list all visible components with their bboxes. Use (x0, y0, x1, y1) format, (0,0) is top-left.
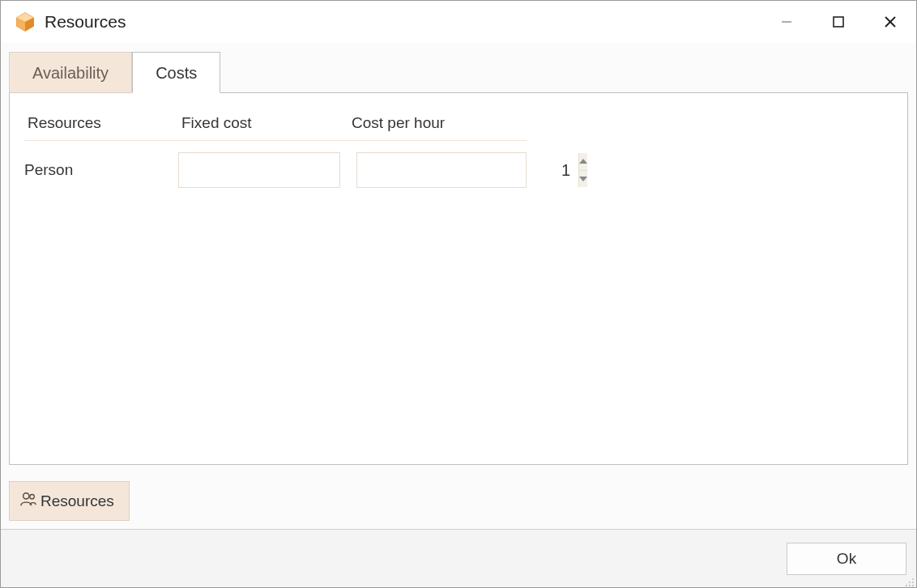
cost-per-hour-increment[interactable] (579, 153, 587, 171)
app-icon (14, 11, 36, 33)
ok-button[interactable]: Ok (787, 543, 906, 575)
svg-point-15 (909, 582, 911, 583)
resources-button-label: Resources (41, 492, 114, 510)
bottom-bar: Ok (1, 529, 916, 587)
cost-per-hour-input[interactable] (357, 153, 578, 187)
column-header-fixed-cost: Fixed cost (178, 108, 348, 141)
column-header-cost-per-hour: Cost per hour (348, 108, 527, 141)
client-area: Availability Costs Resources Fixed cost … (1, 43, 916, 529)
svg-point-16 (912, 582, 914, 583)
cost-per-hour-spinner-buttons (578, 153, 587, 187)
svg-point-18 (909, 585, 911, 586)
svg-marker-10 (579, 159, 587, 164)
tabs-row: Availability Costs (9, 52, 908, 93)
tab-availability[interactable]: Availability (9, 52, 132, 93)
minimize-button[interactable] (761, 1, 813, 43)
column-header-resources: Resources (24, 108, 178, 141)
cost-per-hour-decrement[interactable] (579, 171, 587, 188)
tab-costs-label: Costs (156, 64, 197, 82)
close-button[interactable] (864, 1, 916, 43)
cost-per-hour-spinner (356, 152, 527, 188)
svg-point-19 (912, 585, 914, 586)
person-icon (19, 490, 37, 512)
svg-rect-5 (834, 17, 843, 27)
tab-panel-costs: Resources Fixed cost Cost per hour Perso… (9, 92, 908, 465)
resources-button[interactable]: Resources (9, 481, 130, 521)
fixed-cost-spinner (178, 152, 340, 188)
svg-point-12 (23, 493, 29, 499)
close-icon (883, 15, 898, 29)
grid-header: Resources Fixed cost Cost per hour (24, 108, 893, 141)
maximize-button[interactable] (813, 1, 864, 43)
tab-availability-label: Availability (32, 64, 109, 82)
titlebar: Resources (1, 1, 916, 43)
row-resource-name: Person (24, 161, 178, 179)
chevron-down-icon (579, 177, 587, 181)
window-controls (761, 1, 916, 43)
tab-costs[interactable]: Costs (132, 52, 220, 93)
maximize-icon (832, 15, 845, 28)
window: Resources Availability (0, 0, 917, 588)
svg-point-14 (912, 578, 914, 580)
table-row: Person (24, 152, 893, 188)
svg-marker-11 (579, 177, 587, 181)
svg-point-13 (30, 495, 35, 500)
window-title: Resources (45, 12, 126, 32)
resize-grip-icon[interactable] (903, 574, 915, 586)
below-panel: Resources (9, 481, 908, 521)
chevron-up-icon (579, 159, 587, 164)
minimize-icon (780, 15, 793, 28)
ok-button-label: Ok (837, 550, 856, 568)
svg-point-17 (906, 585, 907, 586)
